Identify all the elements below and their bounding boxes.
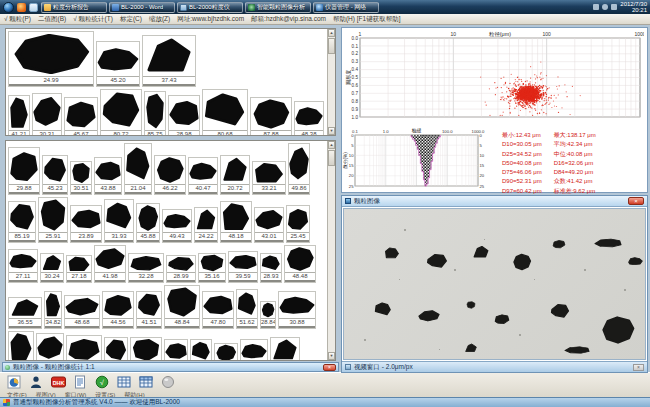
particle-thumbnail[interactable]: 33.28 bbox=[104, 337, 128, 360]
dhk-logo-icon[interactable]: DHK bbox=[50, 375, 66, 390]
particle-thumbnail[interactable]: 32.28 bbox=[128, 253, 164, 283]
particle-thumbnail[interactable]: 27.11 bbox=[8, 249, 38, 283]
particle-thumbnail[interactable]: 24.22 bbox=[194, 207, 218, 243]
scroll-up-icon[interactable]: ▲ bbox=[328, 29, 335, 37]
particle-thumbnail[interactable]: 23.89 bbox=[70, 205, 102, 243]
particle-thumbnail[interactable]: 31.93 bbox=[104, 199, 134, 243]
particle-thumbnail[interactable]: 36.55 bbox=[8, 297, 42, 329]
particle-thumbnail[interactable]: 28.88 bbox=[214, 343, 238, 360]
particle-thumbnail[interactable]: 40.47 bbox=[188, 157, 218, 195]
microscope-image[interactable] bbox=[343, 208, 646, 360]
network-icon[interactable] bbox=[602, 4, 608, 10]
particle-thumbnail[interactable]: 33.21 bbox=[252, 161, 286, 195]
particle-thumbnail[interactable]: 85.19 bbox=[8, 201, 36, 243]
particle-thumbnail[interactable]: 30.31 bbox=[32, 93, 62, 135]
pie-report-icon[interactable] bbox=[6, 375, 22, 390]
particle-thumbnail[interactable]: 28.99 bbox=[166, 255, 196, 283]
particle-thumbnail[interactable]: 30.51 bbox=[70, 161, 92, 195]
document-icon[interactable] bbox=[72, 375, 88, 390]
menu-item[interactable]: √ 颗粒统计(T) bbox=[73, 15, 113, 24]
particle-thumbnail[interactable]: 46.22 bbox=[154, 155, 186, 195]
particle-thumbnail[interactable]: 28.93 bbox=[260, 253, 282, 283]
video-window-titlebar[interactable]: 颗粒图像 × bbox=[342, 196, 647, 207]
menu-item[interactable]: 帮助(H) [F1键获取帮助] bbox=[333, 15, 401, 24]
particle-thumbnail[interactable]: 29.88 bbox=[8, 147, 40, 195]
browser-icon[interactable] bbox=[17, 3, 26, 12]
particle-thumbnail[interactable]: 24.18 bbox=[164, 339, 188, 360]
scroll-up-icon[interactable]: ▲ bbox=[328, 141, 335, 149]
particle-thumbnail[interactable]: 40.29 bbox=[66, 335, 102, 360]
particle-thumbnail[interactable]: 48.84 bbox=[164, 285, 200, 329]
taskbar-button[interactable]: BL-2000 - Word bbox=[109, 2, 175, 13]
taskbar-clock[interactable]: 2012/7/30 20:21 bbox=[620, 1, 647, 13]
table-blue-icon[interactable] bbox=[116, 375, 132, 390]
particle-thumbnail[interactable]: 41.21 bbox=[8, 95, 30, 135]
particle-thumbnail[interactable]: 35.16 bbox=[198, 253, 226, 283]
particle-thumbnail[interactable]: 34.82 bbox=[44, 291, 62, 329]
particle-thumbnail[interactable]: 80.72 bbox=[100, 89, 142, 135]
particle-thumbnail[interactable]: 20.72 bbox=[220, 155, 250, 195]
taskbar-button[interactable]: 仪器管理 - 网络 bbox=[313, 2, 379, 13]
particle-thumbnail[interactable]: 33.30 bbox=[240, 339, 268, 360]
particle-thumbnail[interactable]: 45.23 bbox=[42, 155, 68, 195]
particle-thumbnail[interactable]: 48.68 bbox=[64, 295, 100, 329]
volume-icon[interactable] bbox=[611, 4, 617, 10]
particle-thumbnail[interactable]: 45.88 bbox=[136, 203, 160, 243]
particle-thumbnail[interactable]: 43.01 bbox=[254, 207, 284, 243]
mail-icon[interactable] bbox=[29, 3, 38, 12]
particle-thumbnail[interactable]: 41.51 bbox=[136, 291, 162, 329]
particle-thumbnail[interactable]: 48.48 bbox=[284, 245, 316, 283]
particle-thumbnail[interactable]: 47.38 bbox=[130, 337, 162, 360]
scroll-thumb[interactable] bbox=[328, 150, 335, 166]
particle-thumbnail[interactable]: 27.18 bbox=[66, 255, 92, 283]
particle-thumbnail[interactable]: 45.84 bbox=[270, 337, 300, 360]
taskbar-button[interactable]: 粒度分析报告 bbox=[41, 2, 107, 13]
run-green-icon[interactable]: √ bbox=[94, 375, 110, 390]
scroll-down-icon[interactable]: ▼ bbox=[328, 127, 335, 135]
operator-icon[interactable] bbox=[28, 375, 44, 390]
particle-thumbnail[interactable]: 85.75 bbox=[144, 91, 166, 135]
scroll-thumb[interactable] bbox=[328, 38, 335, 54]
input-method-icon[interactable] bbox=[593, 4, 599, 10]
particle-thumbnail[interactable]: 51.62 bbox=[236, 289, 258, 329]
particle-stats-caption-bar[interactable]: 颗粒图像 - 颗粒图像统计 1:1 × bbox=[2, 362, 339, 372]
particle-thumbnail[interactable]: 37.43 bbox=[142, 35, 196, 87]
taskbar-button[interactable]: BL-2000粒度仪 bbox=[177, 2, 243, 13]
particle-thumbnail[interactable]: 80.68 bbox=[202, 89, 248, 135]
particle-thumbnail[interactable]: 49.86 bbox=[288, 143, 310, 195]
particle-thumbnail[interactable]: 48.38 bbox=[294, 101, 324, 135]
particle-thumbnail[interactable]: 43.88 bbox=[94, 157, 122, 195]
particle-thumbnail[interactable]: 41.98 bbox=[94, 245, 126, 283]
particle-thumbnail[interactable]: 28.84 bbox=[260, 301, 276, 329]
particle-thumbnail[interactable]: 24.99 bbox=[8, 31, 94, 87]
particle-thumbnail[interactable]: 38.14 bbox=[36, 333, 64, 360]
particle-thumbnail[interactable]: 40.28 bbox=[8, 331, 34, 360]
particle-thumbnail[interactable]: 33.20 bbox=[190, 339, 212, 360]
table-blue-2-icon[interactable] bbox=[138, 375, 154, 390]
menu-item[interactable]: 邮箱:hzdhk@vip.sina.com bbox=[251, 15, 326, 24]
menu-item[interactable]: √ 颗粒(P) bbox=[4, 15, 31, 24]
particle-thumbnail[interactable]: 25.45 bbox=[286, 205, 310, 243]
sphere-gray-icon[interactable] bbox=[160, 375, 176, 390]
particle-thumbnail[interactable]: 48.18 bbox=[220, 201, 252, 243]
particle-thumbnail[interactable]: 25.91 bbox=[38, 197, 68, 243]
start-button-icon[interactable] bbox=[3, 2, 14, 13]
particle-thumbnail[interactable]: 44.56 bbox=[102, 291, 134, 329]
particle-thumbnail[interactable]: 39.59 bbox=[228, 251, 258, 283]
particle-thumbnail[interactable]: 30.24 bbox=[40, 253, 64, 283]
particle-thumbnail[interactable]: 87.88 bbox=[250, 97, 292, 135]
menu-item[interactable]: 缩放(Z) bbox=[149, 15, 170, 24]
close-button[interactable]: × bbox=[628, 197, 644, 205]
menu-item[interactable]: 二值图(B) bbox=[38, 15, 66, 24]
particle-thumbnail[interactable]: 45.20 bbox=[96, 41, 140, 87]
particle-panel-bottom[interactable]: 29.8845.2330.5143.8821.0446.2240.4720.72… bbox=[5, 140, 336, 361]
particle-thumbnail[interactable]: 28.98 bbox=[168, 95, 200, 135]
particle-thumbnail[interactable]: 47.80 bbox=[202, 291, 234, 329]
menu-item[interactable]: 网址:www.bjhzdhk.com bbox=[177, 15, 244, 24]
scrollbar-bottom[interactable]: ▲ ▼ bbox=[327, 141, 335, 360]
close-icon[interactable]: × bbox=[323, 364, 336, 371]
particle-thumbnail[interactable]: 49.43 bbox=[162, 209, 192, 243]
particle-thumbnail[interactable]: 45.67 bbox=[64, 97, 98, 135]
scrollbar-top[interactable]: ▲ ▼ bbox=[327, 29, 335, 135]
menu-item[interactable]: 标定(C) bbox=[120, 15, 142, 24]
